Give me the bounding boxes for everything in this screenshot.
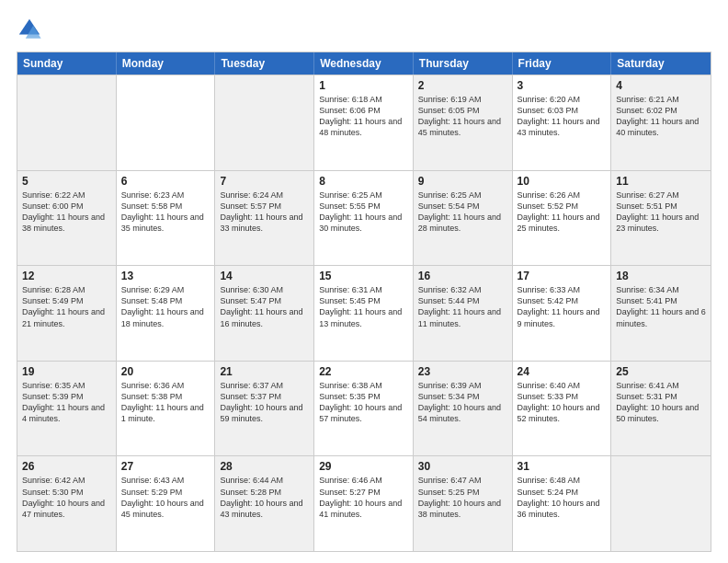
day-number: 1 [319, 79, 408, 92]
cal-cell: 30Sunrise: 6:47 AM Sunset: 5:25 PM Dayli… [414, 456, 513, 551]
cal-cell [117, 75, 216, 170]
cal-cell: 21Sunrise: 6:37 AM Sunset: 5:37 PM Dayli… [215, 362, 314, 456]
cal-cell: 25Sunrise: 6:41 AM Sunset: 5:31 PM Dayli… [611, 362, 711, 456]
day-number: 24 [518, 365, 607, 378]
header-day-monday: Monday [117, 52, 216, 75]
cell-info: Sunrise: 6:30 AM Sunset: 5:47 PM Dayligh… [220, 284, 309, 329]
cal-cell: 18Sunrise: 6:34 AM Sunset: 5:41 PM Dayli… [611, 266, 711, 361]
cell-info: Sunrise: 6:47 AM Sunset: 5:25 PM Dayligh… [418, 475, 507, 520]
cell-info: Sunrise: 6:23 AM Sunset: 5:58 PM Dayligh… [121, 190, 210, 235]
day-number: 18 [616, 270, 706, 282]
cell-info: Sunrise: 6:39 AM Sunset: 5:34 PM Dayligh… [418, 380, 507, 425]
cal-cell: 6Sunrise: 6:23 AM Sunset: 5:58 PM Daylig… [117, 171, 216, 266]
calendar-body: 1Sunrise: 6:18 AM Sunset: 6:06 PM Daylig… [17, 75, 711, 551]
day-number: 20 [121, 365, 210, 378]
calendar-row-1: 5Sunrise: 6:22 AM Sunset: 6:00 PM Daylig… [17, 170, 711, 266]
header [17, 17, 711, 42]
cal-cell: 10Sunrise: 6:26 AM Sunset: 5:52 PM Dayli… [513, 171, 612, 266]
cal-cell: 28Sunrise: 6:44 AM Sunset: 5:28 PM Dayli… [215, 456, 314, 551]
cell-info: Sunrise: 6:18 AM Sunset: 6:06 PM Dayligh… [319, 94, 408, 139]
day-number: 25 [616, 365, 706, 378]
day-number: 13 [121, 270, 210, 282]
day-number: 27 [121, 460, 210, 473]
cal-cell: 2Sunrise: 6:19 AM Sunset: 6:05 PM Daylig… [414, 75, 513, 170]
cell-info: Sunrise: 6:44 AM Sunset: 5:28 PM Dayligh… [220, 475, 309, 520]
cell-info: Sunrise: 6:38 AM Sunset: 5:35 PM Dayligh… [319, 380, 408, 425]
cell-info: Sunrise: 6:43 AM Sunset: 5:29 PM Dayligh… [121, 475, 210, 520]
cal-cell: 23Sunrise: 6:39 AM Sunset: 5:34 PM Dayli… [414, 362, 513, 456]
cell-info: Sunrise: 6:35 AM Sunset: 5:39 PM Dayligh… [22, 380, 111, 425]
cell-info: Sunrise: 6:48 AM Sunset: 5:24 PM Dayligh… [518, 475, 607, 520]
day-number: 6 [121, 175, 210, 188]
cal-cell: 14Sunrise: 6:30 AM Sunset: 5:47 PM Dayli… [215, 266, 314, 361]
day-number: 30 [418, 460, 507, 473]
cal-cell: 13Sunrise: 6:29 AM Sunset: 5:48 PM Dayli… [117, 266, 216, 361]
day-number: 12 [22, 270, 111, 282]
cal-cell: 20Sunrise: 6:36 AM Sunset: 5:38 PM Dayli… [117, 362, 216, 456]
day-number: 11 [616, 175, 706, 188]
cal-cell: 12Sunrise: 6:28 AM Sunset: 5:49 PM Dayli… [17, 266, 117, 361]
day-number: 7 [220, 175, 309, 188]
cell-info: Sunrise: 6:33 AM Sunset: 5:42 PM Dayligh… [518, 284, 607, 329]
cell-info: Sunrise: 6:27 AM Sunset: 5:51 PM Dayligh… [616, 190, 706, 235]
cell-info: Sunrise: 6:36 AM Sunset: 5:38 PM Dayligh… [121, 380, 210, 425]
cal-cell: 24Sunrise: 6:40 AM Sunset: 5:33 PM Dayli… [513, 362, 612, 456]
header-day-friday: Friday [513, 52, 612, 75]
cell-info: Sunrise: 6:40 AM Sunset: 5:33 PM Dayligh… [518, 380, 607, 425]
cal-cell: 17Sunrise: 6:33 AM Sunset: 5:42 PM Dayli… [513, 266, 612, 361]
cal-cell: 16Sunrise: 6:32 AM Sunset: 5:44 PM Dayli… [414, 266, 513, 361]
cell-info: Sunrise: 6:46 AM Sunset: 5:27 PM Dayligh… [319, 475, 408, 520]
header-day-sunday: Sunday [17, 52, 117, 75]
day-number: 5 [22, 175, 111, 188]
cal-cell: 5Sunrise: 6:22 AM Sunset: 6:00 PM Daylig… [17, 171, 117, 266]
cal-cell: 22Sunrise: 6:38 AM Sunset: 5:35 PM Dayli… [314, 362, 414, 456]
cal-cell: 27Sunrise: 6:43 AM Sunset: 5:29 PM Dayli… [117, 456, 216, 551]
day-number: 29 [319, 460, 408, 473]
day-number: 15 [319, 270, 408, 282]
day-number: 28 [220, 460, 309, 473]
calendar-row-3: 19Sunrise: 6:35 AM Sunset: 5:39 PM Dayli… [17, 361, 711, 456]
cell-info: Sunrise: 6:28 AM Sunset: 5:49 PM Dayligh… [22, 284, 111, 329]
cal-cell: 9Sunrise: 6:25 AM Sunset: 5:54 PM Daylig… [414, 171, 513, 266]
cell-info: Sunrise: 6:25 AM Sunset: 5:55 PM Dayligh… [319, 190, 408, 235]
logo-icon [17, 17, 42, 42]
day-number: 8 [319, 175, 408, 188]
cal-cell: 4Sunrise: 6:21 AM Sunset: 6:02 PM Daylig… [611, 75, 711, 170]
day-number: 21 [220, 365, 309, 378]
day-number: 3 [518, 79, 607, 92]
page: SundayMondayTuesdayWednesdayThursdayFrid… [0, 0, 728, 563]
cal-cell: 11Sunrise: 6:27 AM Sunset: 5:51 PM Dayli… [611, 171, 711, 266]
cell-info: Sunrise: 6:22 AM Sunset: 6:00 PM Dayligh… [22, 190, 111, 235]
cell-info: Sunrise: 6:24 AM Sunset: 5:57 PM Dayligh… [220, 190, 309, 235]
cell-info: Sunrise: 6:32 AM Sunset: 5:44 PM Dayligh… [418, 284, 507, 329]
cal-cell: 31Sunrise: 6:48 AM Sunset: 5:24 PM Dayli… [513, 456, 612, 551]
day-number: 2 [418, 79, 507, 92]
calendar-row-4: 26Sunrise: 6:42 AM Sunset: 5:30 PM Dayli… [17, 455, 711, 551]
day-number: 31 [518, 460, 607, 473]
cell-info: Sunrise: 6:34 AM Sunset: 5:41 PM Dayligh… [616, 284, 706, 329]
day-number: 16 [418, 270, 507, 282]
cal-cell [611, 456, 711, 551]
cal-cell: 19Sunrise: 6:35 AM Sunset: 5:39 PM Dayli… [17, 362, 117, 456]
header-day-tuesday: Tuesday [215, 52, 314, 75]
day-number: 23 [418, 365, 507, 378]
day-number: 19 [22, 365, 111, 378]
day-number: 10 [518, 175, 607, 188]
logo [17, 17, 46, 42]
cell-info: Sunrise: 6:20 AM Sunset: 6:03 PM Dayligh… [518, 94, 607, 139]
cal-cell [215, 75, 314, 170]
cell-info: Sunrise: 6:37 AM Sunset: 5:37 PM Dayligh… [220, 380, 309, 425]
calendar-header-row: SundayMondayTuesdayWednesdayThursdayFrid… [17, 52, 711, 75]
cell-info: Sunrise: 6:25 AM Sunset: 5:54 PM Dayligh… [418, 190, 507, 235]
header-day-wednesday: Wednesday [314, 52, 414, 75]
cal-cell [17, 75, 117, 170]
cal-cell: 29Sunrise: 6:46 AM Sunset: 5:27 PM Dayli… [314, 456, 414, 551]
cal-cell: 3Sunrise: 6:20 AM Sunset: 6:03 PM Daylig… [513, 75, 612, 170]
cal-cell: 1Sunrise: 6:18 AM Sunset: 6:06 PM Daylig… [314, 75, 414, 170]
cal-cell: 7Sunrise: 6:24 AM Sunset: 5:57 PM Daylig… [215, 171, 314, 266]
cell-info: Sunrise: 6:19 AM Sunset: 6:05 PM Dayligh… [418, 94, 507, 139]
cell-info: Sunrise: 6:42 AM Sunset: 5:30 PM Dayligh… [22, 475, 111, 520]
cell-info: Sunrise: 6:31 AM Sunset: 5:45 PM Dayligh… [319, 284, 408, 329]
cal-cell: 8Sunrise: 6:25 AM Sunset: 5:55 PM Daylig… [314, 171, 414, 266]
cell-info: Sunrise: 6:41 AM Sunset: 5:31 PM Dayligh… [616, 380, 706, 425]
